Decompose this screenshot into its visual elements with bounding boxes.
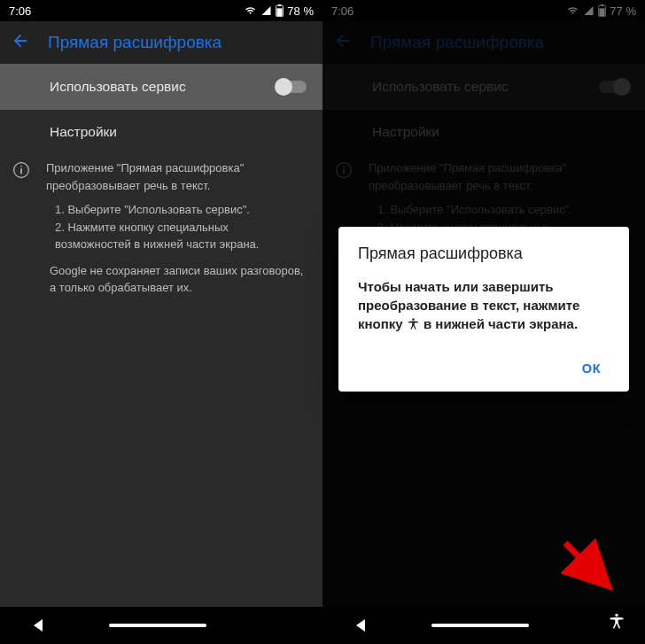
nav-back-icon[interactable] (34, 619, 43, 632)
svg-point-14 (615, 614, 618, 617)
svg-rect-7 (601, 4, 604, 5)
battery-icon (598, 4, 606, 17)
status-time: 7:06 (9, 4, 31, 18)
signal-icon (583, 5, 594, 16)
nav-home-icon[interactable] (109, 624, 206, 627)
svg-point-12 (412, 318, 415, 321)
settings-row[interactable]: Настройки (322, 110, 645, 151)
use-service-toggle[interactable] (276, 81, 307, 93)
nav-bar (322, 607, 645, 644)
svg-line-13 (565, 543, 604, 582)
dialog-body-part-b: в нижней части экрана. (424, 316, 578, 331)
app-title: Прямая расшифровка (370, 33, 544, 52)
battery-percent: 78 % (287, 4, 314, 18)
dialog-title: Прямая расшифровка (358, 244, 610, 263)
back-arrow-icon[interactable] (333, 31, 353, 54)
battery-percent: 77 % (610, 4, 636, 18)
nav-home-icon[interactable] (431, 624, 529, 627)
app-title: Прямая расшифровка (48, 33, 221, 52)
use-service-label: Использовать сервис (50, 79, 186, 95)
info-intro: Приложение "Прямая расшифровка" преобраз… (369, 159, 629, 194)
phone-right: 7:06 77 % Прямая расшифровка Использоват… (322, 0, 645, 644)
settings-label: Настройки (50, 124, 117, 139)
phone-left: 7:06 78 % Прямая расшифровка Использоват… (0, 0, 322, 644)
svg-rect-8 (600, 8, 605, 16)
dialog-actions: ОК (358, 354, 610, 383)
info-block: Приложение "Прямая расшифровка" преобраз… (0, 151, 322, 313)
use-service-row[interactable]: Использовать сервис (0, 64, 322, 110)
content: Использовать сервис Настройки Приложение… (0, 64, 322, 644)
nav-bar (0, 607, 322, 644)
signal-icon (260, 5, 272, 16)
info-intro: Приложение "Прямая расшифровка" преобраз… (46, 159, 307, 194)
settings-label: Настройки (372, 124, 439, 139)
app-bar: Прямая расшифровка (0, 21, 322, 64)
svg-rect-2 (277, 8, 283, 16)
info-step-1: 1. Выберите "Использовать сервис". (377, 201, 629, 219)
info-step-1: 1. Выберите "Использовать сервис". (55, 201, 307, 219)
info-icon (12, 161, 30, 304)
dialog: Прямая расшифровка Чтобы начать или заве… (338, 227, 629, 392)
wifi-icon (566, 5, 579, 16)
battery-icon (276, 4, 284, 17)
status-time: 7:06 (331, 4, 354, 18)
wifi-icon (244, 5, 257, 16)
dialog-body: Чтобы начать или завершить преобразовани… (358, 277, 610, 333)
info-step-2: 2. Нажмите кнопку специальных возможност… (55, 219, 307, 253)
accessibility-nav-icon[interactable] (608, 612, 626, 633)
red-arrow-icon (558, 536, 620, 598)
nav-back-icon[interactable] (356, 619, 365, 632)
svg-point-5 (20, 166, 22, 167)
dialog-ok-button[interactable]: ОК (573, 354, 610, 383)
use-service-row[interactable]: Использовать сервис (322, 64, 645, 110)
info-text: Приложение "Прямая расшифровка" преобраз… (46, 159, 307, 304)
use-service-toggle[interactable] (599, 81, 629, 93)
status-bar: 7:06 77 % (322, 0, 645, 21)
svg-rect-1 (278, 4, 282, 5)
accessibility-icon (407, 317, 420, 330)
svg-point-11 (343, 166, 345, 167)
settings-row[interactable]: Настройки (0, 110, 322, 151)
status-indicators: 78 % (244, 4, 314, 18)
use-service-label: Использовать сервис (372, 79, 509, 95)
status-indicators: 77 % (566, 4, 636, 18)
app-bar: Прямая расшифровка (322, 21, 645, 64)
back-arrow-icon[interactable] (11, 31, 30, 54)
info-note: Google не сохраняет записи ваших разгово… (46, 262, 307, 297)
status-bar: 7:06 78 % (0, 0, 322, 21)
